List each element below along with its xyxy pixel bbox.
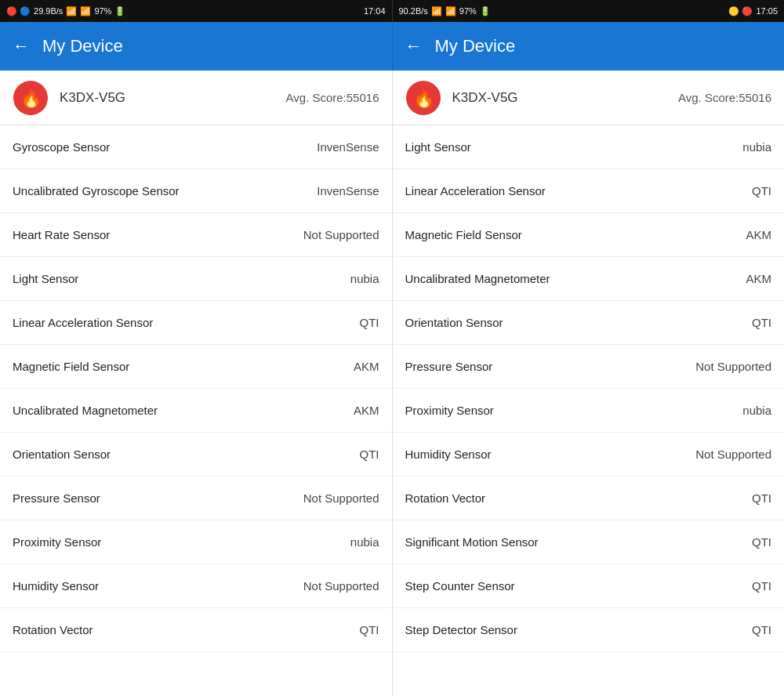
table-row: Humidity Sensor Not Supported	[0, 564, 392, 608]
status-bar-right-panel: 90.2B/s 📶 📶 97% 🔋 🟡 🔴 17:05	[393, 0, 785, 22]
flame-icon-left: 🔥	[13, 80, 49, 116]
sensor-name: Orientation Sensor	[405, 316, 753, 329]
sensor-panel-left: Gyroscope Sensor InvenSense Uncalibrated…	[0, 125, 393, 696]
header-title-right: My Device	[435, 36, 516, 56]
table-row: Orientation Sensor QTI	[393, 301, 785, 345]
sensor-name: Light Sensor	[405, 140, 743, 154]
table-row: Humidity Sensor Not Supported	[393, 433, 785, 477]
sensor-panel-right: Light Sensor nubia Linear Acceleration S…	[393, 125, 785, 696]
sensor-value: Not Supported	[303, 228, 379, 241]
flame-icon-right: 🔥	[405, 80, 441, 116]
avg-score-value-right: 55016	[739, 91, 771, 104]
sensor-value: nubia	[742, 404, 771, 417]
sensor-value: InvenSense	[317, 184, 379, 198]
sensor-name: Uncalibrated Gyroscope Sensor	[13, 184, 317, 198]
time-left: 17:04	[364, 6, 386, 16]
sensor-value: AKM	[354, 404, 379, 417]
status-bar-left-panel: 🔴 🔵 29.9B/s 📶 📶 97% 🔋 17:04	[0, 0, 392, 22]
sensor-name: Rotation Vector	[405, 491, 753, 505]
network-speed-right: 90.2B/s	[399, 6, 428, 16]
sensor-value: Not Supported	[695, 448, 771, 461]
table-row: Step Detector Sensor QTI	[393, 608, 785, 652]
app-icons-left: 🔴 🔵	[6, 6, 31, 16]
table-row: Uncalibrated Magnetometer AKM	[0, 389, 392, 433]
sensor-value: AKM	[746, 272, 771, 285]
table-row: Linear Acceleration Sensor QTI	[0, 301, 392, 345]
wifi-icon-right: 📶	[431, 6, 442, 16]
device-info-right: 🔥 K3DX-V5G Avg. Score:55016	[393, 71, 785, 125]
device-name-left: K3DX-V5G	[60, 90, 125, 106]
table-row: Magnetic Field Sensor AKM	[0, 345, 392, 389]
avg-score-right: Avg. Score:55016	[678, 91, 771, 104]
avg-score-label-left: Avg. Score:	[286, 91, 347, 104]
network-speed-left: 29.9B/s	[34, 6, 63, 16]
table-row: Gyroscope Sensor InvenSense	[0, 125, 392, 169]
sensor-name: Uncalibrated Magnetometer	[405, 272, 746, 285]
table-row: Rotation Vector QTI	[0, 608, 392, 652]
sensor-value: nubia	[742, 140, 771, 154]
sensor-value: nubia	[350, 535, 379, 549]
sensor-name: Orientation Sensor	[13, 448, 360, 461]
sensor-name: Pressure Sensor	[405, 360, 696, 373]
sensor-name: Rotation Vector	[13, 623, 360, 636]
status-bars-container: 🔴 🔵 29.9B/s 📶 📶 97% 🔋 17:04 90.2B/s 📶 📶 …	[0, 0, 784, 22]
svg-text:🔥: 🔥	[20, 88, 42, 109]
table-row: Proximity Sensor nubia	[0, 520, 392, 564]
sensor-value: InvenSense	[317, 140, 379, 154]
avg-score-left: Avg. Score:55016	[286, 91, 379, 104]
sensor-name: Proximity Sensor	[13, 535, 350, 549]
battery-icon-right: 🔋	[480, 6, 491, 16]
sensor-name: Gyroscope Sensor	[13, 140, 317, 154]
sensor-name: Linear Acceleration Sensor	[405, 184, 753, 198]
signal-icon-left: 📶	[80, 6, 91, 16]
device-info-bars: 🔥 K3DX-V5G Avg. Score:55016 🔥 K3DX-V5G A…	[0, 71, 784, 125]
battery-pct-right: 97%	[459, 6, 477, 16]
table-row: Uncalibrated Gyroscope Sensor InvenSense	[0, 169, 392, 213]
content-area: Gyroscope Sensor InvenSense Uncalibrated…	[0, 125, 784, 696]
table-row: Orientation Sensor QTI	[0, 433, 392, 477]
status-bar-right-left: 90.2B/s 📶 📶 97% 🔋	[399, 6, 491, 16]
table-row: Uncalibrated Magnetometer AKM	[393, 257, 785, 301]
sensor-name: Uncalibrated Magnetometer	[13, 404, 354, 417]
sensor-name: Step Detector Sensor	[405, 623, 753, 636]
back-button-left[interactable]: ←	[13, 36, 30, 56]
table-row: Proximity Sensor nubia	[393, 389, 785, 433]
status-bar-right-right: 🟡 🔴 17:05	[728, 6, 778, 16]
sensor-name: Magnetic Field Sensor	[13, 360, 354, 373]
sensor-name: Proximity Sensor	[405, 404, 743, 417]
sensor-value: QTI	[752, 491, 771, 505]
device-info-left: 🔥 K3DX-V5G Avg. Score:55016	[0, 71, 393, 125]
table-row: Magnetic Field Sensor AKM	[393, 213, 785, 257]
table-row: Heart Rate Sensor Not Supported	[0, 213, 392, 257]
table-row: Pressure Sensor Not Supported	[0, 477, 392, 520]
sensor-value: AKM	[746, 228, 771, 241]
sensor-name: Humidity Sensor	[13, 579, 303, 593]
sensor-value: QTI	[752, 623, 771, 636]
status-bar-left-left: 🔴 🔵 29.9B/s 📶 📶 97% 🔋	[6, 6, 125, 16]
sensor-value: QTI	[752, 535, 771, 549]
avg-score-value-left: 55016	[347, 91, 379, 104]
battery-icon-left: 🔋	[114, 6, 125, 16]
back-button-right[interactable]: ←	[405, 36, 423, 56]
avg-score-label-right: Avg. Score:	[678, 91, 739, 104]
sensor-name: Linear Acceleration Sensor	[13, 316, 360, 329]
sensor-name: Pressure Sensor	[13, 491, 303, 505]
sensor-value: Not Supported	[303, 579, 379, 593]
wifi-icon-left: 📶	[66, 6, 77, 16]
sensor-name: Humidity Sensor	[405, 448, 696, 461]
table-row: Rotation Vector QTI	[393, 477, 785, 520]
sensor-name: Magnetic Field Sensor	[405, 228, 746, 241]
sensor-value: QTI	[360, 448, 379, 461]
table-row: Light Sensor nubia	[393, 125, 785, 169]
sensor-name: Light Sensor	[13, 272, 350, 285]
table-row: Pressure Sensor Not Supported	[393, 345, 785, 389]
sensor-name: Heart Rate Sensor	[13, 228, 303, 241]
app-icons-right: 🟡 🔴	[728, 6, 753, 16]
sensor-name: Step Counter Sensor	[405, 579, 753, 593]
app-header-right: ← My Device	[393, 22, 785, 71]
app-headers: ← My Device ← My Device	[0, 22, 784, 71]
sensor-value: QTI	[752, 316, 771, 329]
sensor-value: QTI	[360, 316, 379, 329]
sensor-value: QTI	[752, 579, 771, 593]
sensor-value: QTI	[752, 184, 771, 198]
